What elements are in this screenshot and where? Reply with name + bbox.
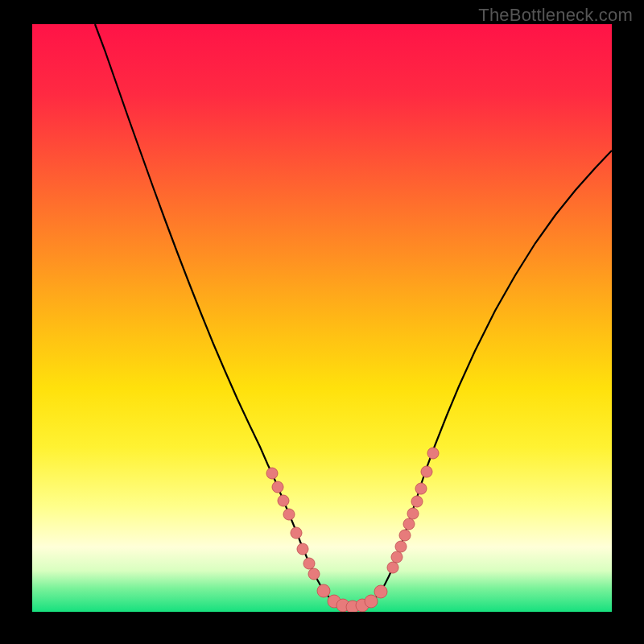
curve-marker <box>387 562 398 573</box>
curve-marker <box>399 530 411 541</box>
curve-marker <box>272 481 283 493</box>
curve-marker <box>291 527 302 539</box>
curve-marker <box>283 509 295 520</box>
curve-marker <box>308 568 320 580</box>
curve-marker <box>317 584 330 597</box>
curve-marker <box>407 508 419 519</box>
curve-marker <box>266 468 278 479</box>
curve-marker <box>395 541 407 552</box>
curve-marker <box>303 558 315 569</box>
curve-marker <box>427 448 439 459</box>
curve-marker <box>403 518 415 530</box>
curve-marker <box>421 466 432 477</box>
watermark-text: TheBottleneck.com <box>478 5 633 26</box>
gradient-background <box>32 24 612 612</box>
curve-marker <box>374 585 387 598</box>
curve-marker <box>278 495 289 506</box>
plot-area <box>32 24 612 612</box>
curve-marker <box>391 551 402 563</box>
outer-frame: TheBottleneck.com <box>0 0 644 644</box>
curve-marker <box>297 543 308 555</box>
curve-marker <box>411 496 423 507</box>
curve-marker <box>365 595 378 608</box>
curve-marker <box>415 483 427 494</box>
chart-svg <box>32 24 612 612</box>
